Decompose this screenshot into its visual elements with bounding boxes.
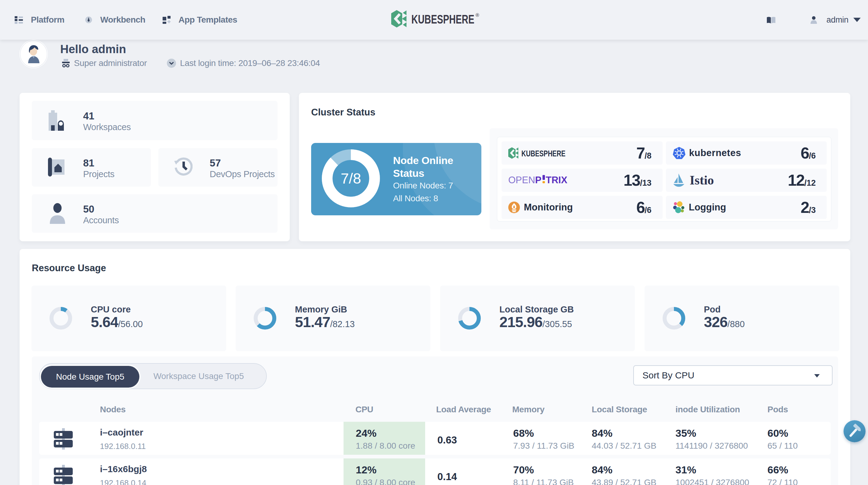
svg-text:KUBESPHERE: KUBESPHERE [411,12,474,26]
svg-text:KUBESPHERE: KUBESPHERE [521,149,565,158]
svg-text:7/8: 7/8 [341,170,361,187]
svg-text:®: ® [475,12,479,18]
